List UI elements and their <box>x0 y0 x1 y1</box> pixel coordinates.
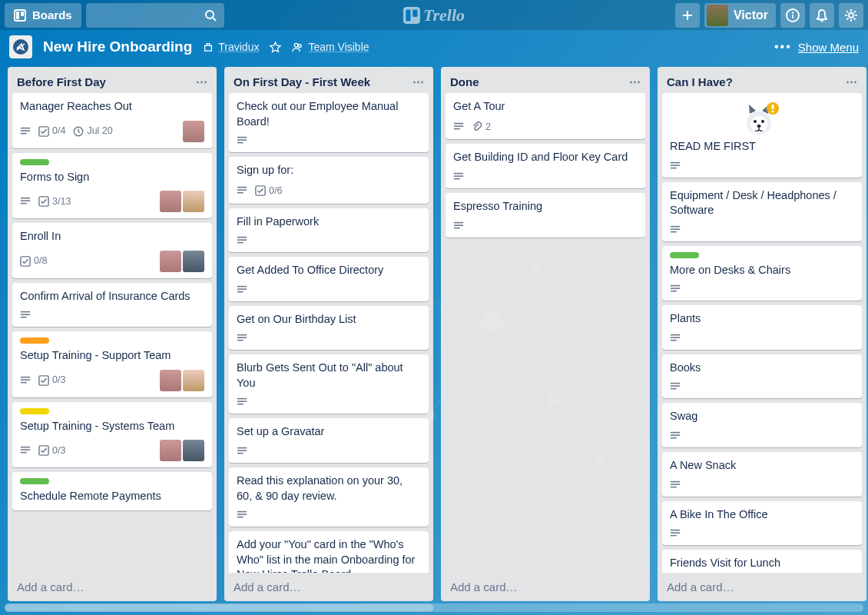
add-button[interactable] <box>675 3 700 28</box>
card[interactable]: Get A Tour2 <box>446 93 645 139</box>
menu-dots[interactable]: ••• <box>774 40 792 54</box>
label-green[interactable] <box>670 252 699 258</box>
card[interactable]: Espresso Training <box>446 193 645 238</box>
svg-point-36 <box>295 43 299 47</box>
user-menu[interactable]: Victor <box>704 3 776 28</box>
member-avatar[interactable] <box>183 121 204 142</box>
card[interactable]: Get on Our Birthday List <box>229 306 429 351</box>
notifications-button[interactable] <box>810 3 834 28</box>
team-icon <box>203 42 214 52</box>
card[interactable]: A Bike In The Office <box>662 501 862 546</box>
member-avatar[interactable] <box>183 370 204 391</box>
member-avatar[interactable] <box>160 370 181 391</box>
description-badge <box>20 196 31 207</box>
card-title: More on Desks & Chairs <box>670 263 854 278</box>
add-card-button[interactable]: Add a card… <box>658 573 866 601</box>
list-title[interactable]: On First Day - First Week <box>234 75 370 88</box>
board-canvas: Before First Day⋯Manager Reaches Out0/4J… <box>0 64 868 606</box>
card[interactable]: Setup Training - Systems Team0/3 <box>12 402 212 468</box>
member-avatar[interactable] <box>183 440 204 461</box>
svg-rect-24 <box>792 15 793 18</box>
plus-icon <box>681 9 694 22</box>
list-title[interactable]: Can I Have? <box>667 75 733 88</box>
list-menu[interactable]: ⋯ <box>196 75 207 88</box>
card[interactable]: Fill in Paperwork <box>229 208 429 253</box>
list-title[interactable]: Done <box>450 75 479 88</box>
card[interactable]: Plants <box>662 305 862 350</box>
member-avatar[interactable] <box>160 251 181 272</box>
card-title: Enroll In <box>20 229 204 244</box>
description-badge <box>237 284 247 295</box>
card[interactable]: A New Snack <box>662 452 862 497</box>
card[interactable]: Check out our Employee Manual Board! <box>229 93 429 152</box>
card-title: Espresso Training <box>453 199 638 214</box>
description-badge <box>237 135 247 146</box>
card[interactable]: Equipment / Desk / Headphones / Software <box>662 182 862 241</box>
card-title: Blurb Gets Sent Out to "All" about You <box>237 361 421 391</box>
info-button[interactable] <box>780 3 805 28</box>
list-menu[interactable]: ⋯ <box>412 75 424 88</box>
board-title[interactable]: New Hire Onboarding <box>43 38 192 55</box>
star-button[interactable] <box>270 42 281 53</box>
card[interactable]: Forms to Sign3/13 <box>12 153 212 219</box>
card-title: Manager Reaches Out <box>20 99 204 115</box>
card[interactable]: Swag <box>662 403 862 447</box>
board-avatar <box>9 35 32 58</box>
member-avatar[interactable] <box>160 440 181 461</box>
svg-rect-15 <box>16 12 19 19</box>
label-orange[interactable] <box>20 337 49 344</box>
card[interactable]: Setup Training - Support Team0/3 <box>12 331 212 397</box>
card[interactable]: Read this explanation on your 30, 60, & … <box>229 467 429 527</box>
horizontal-scrollbar[interactable] <box>5 603 863 612</box>
list-menu[interactable]: ⋯ <box>846 75 857 88</box>
label-yellow[interactable] <box>20 408 49 414</box>
visibility-button[interactable]: Team Visible <box>292 41 369 53</box>
card[interactable]: Sign up for:0/6 <box>229 157 429 203</box>
svg-line-18 <box>213 18 216 21</box>
member-avatar[interactable] <box>183 251 204 272</box>
card[interactable]: Get Added To Office Directory <box>229 257 429 301</box>
board-header: New Hire Onboarding Travidux Team Visibl… <box>0 30 868 64</box>
boards-button[interactable]: Boards <box>5 3 81 28</box>
member-avatar[interactable] <box>183 191 204 212</box>
card[interactable]: Get Building ID and Floor Key Card <box>446 144 645 188</box>
member-avatar[interactable] <box>160 191 181 212</box>
settings-button[interactable] <box>839 3 863 28</box>
card-title: Get A Tour <box>453 99 638 115</box>
info-icon <box>786 8 800 22</box>
card[interactable]: More on Desks & Chairs <box>662 246 862 301</box>
card[interactable]: Enroll In0/8 <box>12 223 212 278</box>
card-title: Swag <box>670 409 854 424</box>
card-title: Get Building ID and Floor Key Card <box>453 150 638 165</box>
svg-line-31 <box>854 18 856 19</box>
label-green[interactable] <box>20 478 49 484</box>
due-badge: Jul 20 <box>73 125 112 138</box>
label-green[interactable] <box>20 159 49 165</box>
checklist-badge: 3/13 <box>38 195 71 208</box>
card[interactable]: Set up a Gravatar <box>229 418 429 463</box>
show-menu-link[interactable]: Show Menu <box>798 41 859 54</box>
list-menu[interactable]: ⋯ <box>629 75 641 88</box>
card-title: Check out our Employee Manual Board! <box>237 99 421 129</box>
card[interactable]: Friends Visit for Lunch <box>662 550 862 573</box>
checklist-badge: 0/6 <box>255 184 282 198</box>
search-input[interactable] <box>86 3 224 28</box>
card[interactable]: Add your "You" card in the "Who's Who" l… <box>229 531 429 573</box>
card[interactable]: Blurb Gets Sent Out to "All" about You <box>229 354 429 414</box>
card[interactable]: Confirm Arrival of Insurance Cards <box>12 283 212 327</box>
svg-point-17 <box>206 11 214 18</box>
add-card-button[interactable]: Add a card… <box>224 573 433 601</box>
card[interactable]: Books <box>662 354 862 399</box>
svg-rect-35 <box>205 45 212 51</box>
card[interactable]: Schedule Remote Payments <box>12 472 212 510</box>
add-card-button[interactable]: Add a card… <box>8 573 217 601</box>
add-card-button[interactable]: Add a card… <box>441 573 650 601</box>
list: Before First Day⋯Manager Reaches Out0/4J… <box>8 67 217 601</box>
card[interactable]: READ ME FIRST <box>662 93 862 178</box>
team-link[interactable]: Travidux <box>203 41 259 53</box>
list-title[interactable]: Before First Day <box>17 75 106 88</box>
description-badge <box>453 171 464 182</box>
card[interactable]: Manager Reaches Out0/4Jul 20 <box>12 93 212 148</box>
svg-line-30 <box>846 11 848 12</box>
trello-logo[interactable]: Trello <box>403 5 465 25</box>
